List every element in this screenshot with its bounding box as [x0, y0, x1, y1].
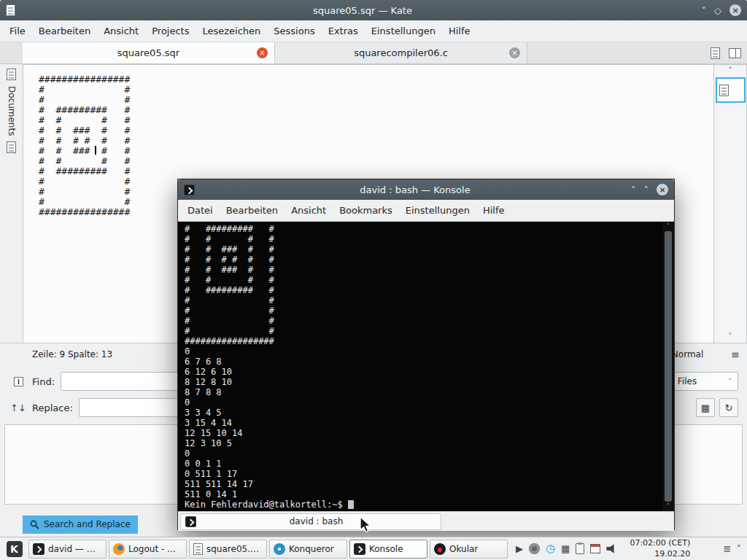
- tab-close-icon[interactable]: ×: [257, 47, 268, 58]
- tab-squarecompiler06[interactable]: squarecompiler06.c ×: [275, 42, 527, 63]
- filesystem-toolview-icon[interactable]: [7, 141, 16, 153]
- menu-item-lesezeichen[interactable]: Lesezeichen: [196, 22, 267, 40]
- tab-square05[interactable]: square05.sqr ×: [23, 42, 275, 63]
- terminal-output-line: 0: [185, 397, 657, 408]
- kate-maximize-button[interactable]: ◇: [714, 6, 721, 15]
- split-view-icon[interactable]: [729, 48, 741, 58]
- app-launcher-button[interactable]: K: [2, 539, 26, 559]
- editor-line[interactable]: # #: [39, 85, 713, 95]
- editor-line[interactable]: # ######### #: [39, 105, 713, 115]
- taskbar-task-5-okular[interactable]: Okular: [430, 540, 508, 559]
- clipboard-icon[interactable]: [576, 543, 584, 554]
- user-session-icon[interactable]: [529, 543, 540, 554]
- terminal-tab-label: david : bash: [196, 516, 436, 526]
- menu-item-bearbeiten[interactable]: Bearbeiten: [220, 201, 285, 219]
- editor-line[interactable]: ################: [39, 74, 713, 85]
- scroll-down-icon[interactable]: ˅: [729, 333, 732, 341]
- scroll-down-icon[interactable]: ˅: [667, 503, 670, 510]
- terminal-output-line: # # ### # #: [185, 265, 657, 275]
- terminal[interactable]: # ######### ## # # ## # ### # ## # # # #…: [178, 222, 674, 511]
- editor-line[interactable]: # # ### # #: [39, 125, 713, 136]
- konsole-window-controls: ˅ ˄ ×: [631, 184, 668, 195]
- konsole-window-title: david : bash — Konsole: [229, 184, 601, 195]
- menu-item-hilfe[interactable]: Hilfe: [476, 201, 511, 219]
- taskbar-task-4-konsole[interactable]: Konsole: [349, 540, 427, 559]
- taskbar-task-0-konsole[interactable]: david — …: [28, 540, 107, 559]
- swap-fields-icon[interactable]: ↑↓: [9, 398, 28, 417]
- volume-icon[interactable]: [606, 544, 617, 554]
- task-label: david — …: [48, 544, 96, 554]
- editor-line[interactable]: # # # #: [39, 156, 713, 166]
- terminal-output-line: #################: [185, 336, 657, 346]
- menu-item-ansicht[interactable]: Ansicht: [285, 201, 333, 219]
- menu-item-datei[interactable]: Datei: [181, 201, 220, 219]
- terminal-output-line: # # # #: [185, 234, 657, 244]
- konsole-window: david : bash — Konsole ˅ ˄ × DateiBearbe…: [177, 179, 675, 530]
- editor-line[interactable]: # ######### #: [39, 166, 713, 176]
- kate-close-button[interactable]: ×: [729, 4, 741, 16]
- konsole-close-button[interactable]: ×: [657, 184, 668, 195]
- refresh-button[interactable]: ↻: [719, 398, 738, 417]
- new-document-icon[interactable]: [711, 47, 720, 59]
- search-replace-toggle-button[interactable]: Search and Replace: [23, 516, 138, 534]
- taskbar-task-2-kate[interactable]: square05.…: [189, 540, 267, 559]
- documents-toolview-icon[interactable]: [7, 69, 16, 80]
- scroll-up-icon[interactable]: ˄: [667, 223, 670, 230]
- desktop-pager-icon[interactable]: ▦: [561, 544, 570, 553]
- terminal-prompt-line: Kein Fehlerdavid@talkortell:~$: [185, 499, 657, 510]
- kate-minimize-button[interactable]: ˅: [702, 6, 707, 15]
- menu-item-hilfe[interactable]: Hilfe: [442, 22, 477, 40]
- media-player-icon[interactable]: ▶: [516, 544, 523, 553]
- menu-item-bookmarks[interactable]: Bookmarks: [333, 201, 399, 219]
- menu-item-projects[interactable]: Projects: [145, 22, 196, 40]
- statusbar-menu-icon[interactable]: ≡: [731, 349, 740, 360]
- menu-item-einstellungen[interactable]: Einstellungen: [365, 22, 442, 40]
- kate-titlebar[interactable]: square05.sqr — Kate ˅ ◇ ×: [0, 0, 747, 20]
- replace-label: Replace:: [32, 402, 73, 413]
- calendar-icon[interactable]: [590, 544, 600, 553]
- search-options-button[interactable]: ▦: [696, 398, 715, 417]
- editor-line[interactable]: # #: [39, 95, 713, 105]
- terminal-scrollbar[interactable]: ˄ ˅: [662, 222, 674, 511]
- task-label: Okular: [449, 544, 478, 554]
- menu-item-file[interactable]: File: [3, 22, 32, 40]
- scroll-up-icon[interactable]: ˄: [729, 67, 732, 74]
- panel-expander-icon[interactable]: ˄: [737, 543, 742, 554]
- kate-window-title: square05.sqr — Kate: [51, 5, 674, 16]
- tray-clock-icon[interactable]: ◷: [546, 543, 555, 554]
- editor-scrollbar[interactable]: ˄ ˅: [714, 64, 747, 343]
- terminal-output-line: 0 0 1 1: [185, 459, 657, 469]
- cursor-page-icon: [13, 376, 24, 387]
- konsole-maximize-button[interactable]: ˄: [644, 185, 649, 195]
- documents-toolview-label[interactable]: Documents: [7, 86, 17, 136]
- notifications-icon[interactable]: ≣: [724, 543, 732, 554]
- menu-item-sessions[interactable]: Sessions: [267, 22, 321, 40]
- menu-item-extras[interactable]: Extras: [322, 22, 365, 40]
- find-tool-icon[interactable]: [9, 372, 28, 391]
- terminal-output-line: 0 511 1 17: [185, 469, 657, 479]
- konsole-minimize-button[interactable]: ˅: [631, 185, 636, 195]
- terminal-output-line: 6 12 6 10: [185, 367, 657, 377]
- terminal-tab[interactable]: david : bash: [180, 513, 441, 530]
- menu-item-ansicht[interactable]: Ansicht: [97, 22, 145, 40]
- editor-line[interactable]: # # ### # #: [39, 146, 713, 156]
- text-caret: [95, 146, 96, 155]
- menu-item-einstellungen[interactable]: Einstellungen: [399, 201, 476, 219]
- menu-item-bearbeiten[interactable]: Bearbeiten: [32, 22, 97, 40]
- clock[interactable]: 07:02:00 (CET) 19.02.20: [630, 538, 690, 559]
- minimap-view-indicator[interactable]: [716, 77, 746, 103]
- konsole-titlebar[interactable]: david : bash — Konsole ˅ ˄ ×: [178, 179, 674, 200]
- taskbar-task-3-konqueror[interactable]: Konqueror: [269, 540, 347, 559]
- taskbar-task-1-firefox[interactable]: Logout - …: [109, 540, 187, 559]
- scrollbar-thumb[interactable]: [665, 231, 672, 502]
- terminal-cursor: [348, 500, 354, 509]
- editor-line[interactable]: # # # # # #: [39, 136, 713, 146]
- mode-status[interactable]: Normal: [672, 349, 703, 359]
- konsole-app-icon: [184, 184, 195, 195]
- tab-close-icon[interactable]: ×: [509, 47, 520, 58]
- editor-line[interactable]: # # # #: [39, 115, 713, 125]
- terminal-output-line: 511 0 14 1: [185, 489, 657, 499]
- clock-time: 07:02:00 (CET): [630, 538, 690, 548]
- kde-logo-icon: K: [7, 541, 23, 557]
- cursor-position-status[interactable]: Zeile: 9 Spalte: 13: [32, 349, 112, 359]
